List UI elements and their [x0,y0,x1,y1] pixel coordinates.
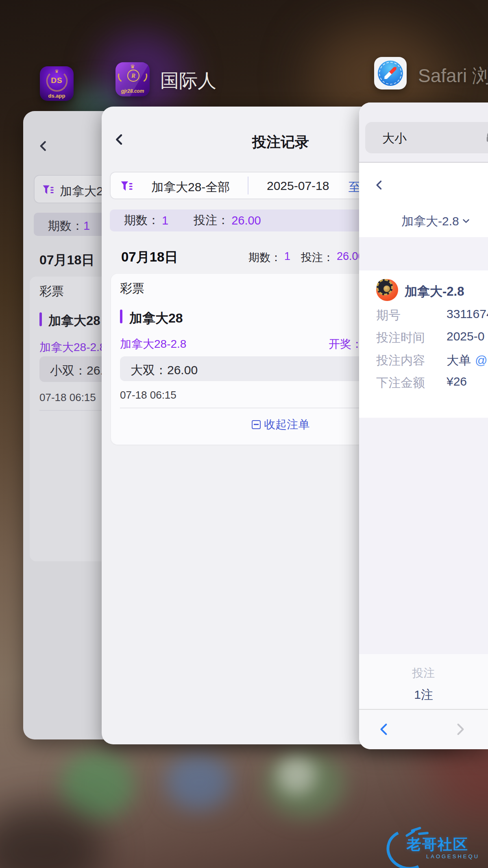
safari-app-title: Safari 浏览器 [418,63,488,89]
gjr28-app-title: 国际人 [160,68,216,94]
row-value: 2025-0 [447,329,484,343]
bet-count-label: 投注 [359,665,488,681]
ds-app-icon-caption: ds.app [40,93,74,99]
game-title: 加拿大-2.8 [405,283,464,300]
crown-icon: ♛ [115,63,150,70]
browser-forward-button[interactable] [453,720,467,738]
detail-row: 投注内容 大单@6 [359,352,488,369]
back-chevron-icon[interactable] [37,139,50,153]
gjr28-icon-caption: gjr28.com [115,88,150,94]
section-band [359,418,488,654]
accent-bar [39,312,42,326]
row-label: 期号 [376,307,401,324]
filter-date-from[interactable]: 2025-07-18 [267,179,329,193]
odds-link[interactable]: @6 [475,353,488,367]
ticket-variant-link[interactable]: 加拿大28-2.8 [39,340,106,355]
gjr28-app-icon[interactable]: ♛ R gjr28.com [115,62,150,96]
game-selector-dropdown[interactable]: 加拿大-2.8 [401,213,471,230]
periods-label: 期数： [48,219,83,232]
url-field[interactable]: 大小 [365,122,488,153]
safari-toolbar [359,710,488,749]
detail-row: 期号 3311674 [359,307,488,323]
app-card-safari[interactable]: 大小 加拿大-2.8 加拿大-2.8 期号 3311674 投注时间 2025-… [359,103,488,749]
filter-game-select[interactable]: 加拿大28-全部 [151,179,230,196]
ticket-game: 加拿大28 [129,310,183,327]
compass-icon [378,61,403,86]
accent-bar [120,310,122,323]
row-value: ¥26 [447,375,467,388]
detail-row: 投注时间 2025-0 [359,329,488,346]
bet-count-value: 1注 [359,687,488,703]
bet-amount: 26.00 [231,214,261,227]
detail-row: 下注金额 ¥26 [359,375,488,391]
ticket-time: 07-18 06:15 [120,389,176,401]
ticket-category: 彩票 [120,280,144,297]
blurred-dock-icon-green [61,750,134,820]
ds-app-icon-letters: DS [40,76,74,85]
row-value: 大单 [447,353,471,367]
row-label: 投注时间 [376,329,425,346]
url-text: 大小 [382,130,407,147]
safari-url-bar-area: 大小 [359,103,488,163]
periods-label: 期数： [124,212,159,229]
chip-inner [377,279,393,295]
ds-app-icon[interactable]: ♛ DS ds.app [40,66,74,101]
poker-chip-icon [376,279,398,301]
watermark-title: 老哥社区 [407,835,468,855]
day-date-label: 07月18日 [121,248,178,266]
blurred-dock-icon-blue [166,753,231,810]
chevron-down-icon [462,214,471,228]
filter-divider [248,177,248,194]
app-switcher-screen: ♛ DS ds.app ♛ R gjr28.com 国际人 Safari 浏览器… [0,0,488,868]
ticket-category: 彩票 [39,283,64,300]
filter-funnel-icon [120,180,133,194]
periods-value: 1 [162,214,168,227]
day-date-label: 07月18日 [39,251,94,269]
periods-value: 1 [83,219,90,232]
bet-label: 投注： [194,212,229,229]
day-periods-label: 期数： [248,250,281,265]
ticket-variant-link[interactable]: 加拿大28-2.8 [120,336,186,352]
collapse-minus-icon [252,420,261,429]
shield-emblem-icon: R [127,70,139,82]
browser-back-button[interactable] [377,720,392,738]
bet-footer: 投注 1注 [359,654,488,709]
row-label: 下注金额 [376,375,425,391]
day-bet-label: 投注： [301,250,334,265]
row-value: 3311674 [447,307,488,321]
ticket-time: 07-18 06:15 [39,391,96,404]
draw-label: 开奖： [329,336,363,352]
laoge-community-watermark: 老哥社区 LAOGESHEQU [386,822,488,868]
watermark-subtitle: LAOGESHEQU [426,853,479,859]
row-label: 投注内容 [376,352,425,369]
page-back-chevron-icon[interactable] [374,178,385,192]
crown-icon: ♛ [40,69,74,74]
filter-funnel-icon [42,184,54,198]
day-periods-value: 1 [284,250,290,265]
safari-app-icon[interactable] [374,57,407,89]
ticket-game: 加拿大28 [48,312,100,329]
lock-icon [484,131,488,145]
bet-pill-text: 大双：26.00 [131,362,198,379]
section-band [359,237,488,270]
blurred-dock-icon-highlight [277,756,316,794]
